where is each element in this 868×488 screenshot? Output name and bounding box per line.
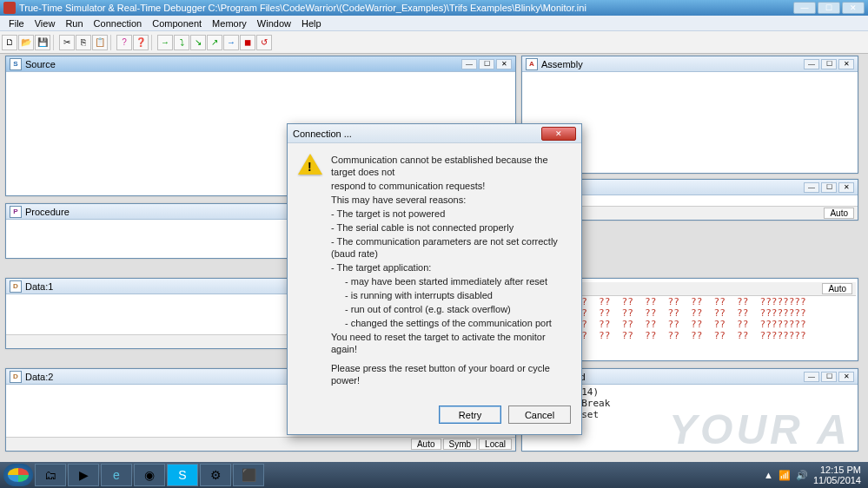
run-button[interactable]: →	[157, 35, 173, 50]
save-button[interactable]: 💾	[35, 35, 50, 50]
tab-auto[interactable]: Auto	[822, 283, 852, 294]
dialog-title: Connection ...	[293, 129, 541, 139]
app-title: True-Time Simulator & Real-Time Debugger…	[19, 3, 793, 13]
assembly-icon: A	[526, 58, 538, 70]
window-controls: — ☐ ✕	[793, 2, 865, 14]
step-into-button[interactable]: ↘	[190, 35, 206, 50]
pane-maximize-button[interactable]: ☐	[479, 59, 494, 69]
data2-icon: D	[10, 371, 22, 383]
start-button[interactable]	[3, 464, 33, 486]
assembly-title: Assembly	[541, 59, 804, 69]
retry-button[interactable]: Retry	[439, 406, 501, 424]
cut-button[interactable]: ✂	[59, 35, 75, 50]
halt-button[interactable]: ◼	[240, 35, 255, 50]
connection-dialog: Connection ... ✕ Communication cannot be…	[287, 123, 582, 435]
taskbar-skype[interactable]: S	[167, 464, 198, 486]
tray-sound-icon[interactable]: 🔊	[796, 470, 808, 481]
menu-view[interactable]: View	[30, 18, 61, 29]
pane-maximize-button[interactable]: ☐	[821, 59, 837, 69]
taskbar-app2[interactable]: ⬛	[233, 464, 264, 486]
source-title: Source	[25, 59, 461, 69]
pane-close-button[interactable]: ✕	[496, 59, 512, 69]
menubar: File View Run Connection Component Memor…	[0, 16, 868, 31]
procedure-icon: P	[10, 206, 22, 218]
maximize-button[interactable]: ☐	[818, 2, 840, 14]
dialog-close-button[interactable]: ✕	[541, 127, 576, 141]
pane-minimize-button[interactable]: —	[804, 182, 819, 193]
system-tray: ▲ 📶 🔊 12:15 PM 11/05/2014	[764, 465, 865, 485]
tab-auto[interactable]: Auto	[824, 208, 854, 219]
pane-close-button[interactable]: ✕	[838, 182, 854, 193]
menu-help[interactable]: Help	[296, 18, 327, 29]
step-over-button[interactable]: ⤵	[174, 35, 189, 50]
step-out-button[interactable]: ↗	[207, 35, 222, 50]
copy-button[interactable]: ⎘	[76, 35, 91, 50]
pane-maximize-button[interactable]: ☐	[821, 182, 837, 193]
cancel-button[interactable]: Cancel	[508, 406, 571, 424]
tab-auto[interactable]: Auto	[411, 439, 441, 450]
minimize-button[interactable]: —	[793, 2, 816, 14]
taskbar-chrome[interactable]: ◉	[134, 464, 165, 486]
pane-close-button[interactable]: ✕	[838, 59, 854, 69]
paste-button[interactable]: 📋	[92, 35, 108, 50]
tray-network-icon[interactable]: 📶	[779, 470, 791, 481]
taskbar: 🗂 ▶ e ◉ S ⚙ ⬛ YOUR A ▲ 📶 🔊 12:15 PM 11/0…	[0, 462, 868, 488]
taskbar-debugger[interactable]: ⚙	[200, 464, 231, 486]
tab-symb[interactable]: Symb	[443, 439, 478, 450]
taskbar-explorer[interactable]: 🗂	[35, 464, 66, 486]
app-titlebar: True-Time Simulator & Real-Time Debugger…	[0, 0, 868, 16]
menu-file[interactable]: File	[3, 18, 30, 29]
reset-button[interactable]: ↺	[256, 35, 272, 50]
toolbar: 🗋 📂 💾 ✂ ⎘ 📋 ? ❓ → ⤵ ↘ ↗ → ◼ ↺	[0, 31, 868, 54]
pane-minimize-button[interactable]: —	[804, 372, 819, 382]
pane-close-button[interactable]: ✕	[838, 372, 854, 382]
context-help-button[interactable]: ❓	[133, 35, 149, 50]
menu-connection[interactable]: Connection	[89, 18, 148, 29]
app-icon	[3, 2, 16, 14]
taskbar-ie[interactable]: e	[101, 464, 132, 486]
source-icon: S	[10, 58, 22, 70]
menu-window[interactable]: Window	[252, 18, 296, 29]
menu-memory[interactable]: Memory	[207, 18, 252, 29]
pane-minimize-button[interactable]: —	[804, 59, 819, 69]
open-button[interactable]: 📂	[18, 35, 34, 50]
dialog-text: Communication cannot be established beca…	[331, 154, 571, 388]
menu-run[interactable]: Run	[60, 18, 88, 29]
new-button[interactable]: 🗋	[2, 35, 17, 50]
pane-maximize-button[interactable]: ☐	[821, 372, 837, 382]
tray-flag-icon[interactable]: ▲	[764, 470, 773, 480]
menu-component[interactable]: Component	[147, 18, 207, 29]
warning-icon	[298, 154, 322, 178]
taskbar-mediaplayer[interactable]: ▶	[68, 464, 99, 486]
tab-local[interactable]: Local	[479, 439, 512, 450]
close-button[interactable]: ✕	[842, 2, 865, 14]
help-button[interactable]: ?	[116, 35, 132, 50]
tray-clock[interactable]: 12:15 PM 11/05/2014	[813, 465, 861, 485]
asm-step-button[interactable]: →	[223, 35, 239, 50]
pane-minimize-button[interactable]: —	[461, 59, 477, 69]
data1-icon: D	[10, 280, 22, 293]
